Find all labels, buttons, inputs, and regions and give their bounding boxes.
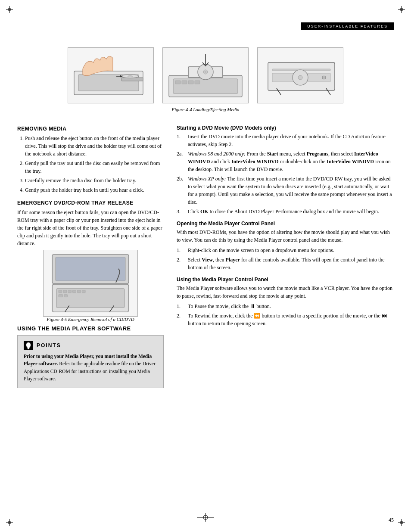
- list-item: Carefully remove the media disc from the…: [25, 177, 164, 184]
- list-item: 2a. Windows 98 and 2000 only: From the S…: [177, 150, 394, 173]
- list-item: 2. To Rewind the movie, click the ⏪ butt…: [177, 312, 394, 327]
- points-header: POINTS: [24, 341, 157, 350]
- using-panel-text: The Media Player software allows you to …: [177, 284, 394, 300]
- svg-rect-45: [64, 295, 68, 297]
- list-item: Gently pull the tray out until the disc …: [25, 159, 164, 175]
- svg-rect-22: [175, 81, 181, 84]
- emergency-heading: EMERGENCY DVD/CD-ROM TRAY RELEASE: [17, 200, 164, 206]
- svg-rect-43: [82, 290, 85, 293]
- using-panel-steps-list: 1. To Pause the movie, click the ⏸ butto…: [177, 302, 394, 327]
- list-item: 1. Insert the DVD movie into the media p…: [177, 133, 394, 148]
- corner-bl: [6, 519, 13, 526]
- list-item: 1. Right-click on the movie screen to op…: [177, 246, 394, 254]
- opening-heading: Opening the Media Player Control Panel: [177, 221, 394, 227]
- using-panel-heading: Using the Media Player Control Panel: [177, 277, 394, 283]
- svg-rect-40: [68, 290, 72, 293]
- svg-rect-38: [59, 290, 62, 293]
- svg-rect-47: [56, 257, 125, 281]
- points-box: POINTS Prior to using your Media Player,…: [17, 335, 164, 388]
- corner-br: [398, 519, 405, 526]
- list-item: Gently push the holder tray back in unti…: [25, 186, 164, 194]
- header-bar: User-Installable Features: [301, 22, 394, 30]
- svg-point-29: [205, 71, 206, 73]
- list-item: 2. Select View, then Player for all the …: [177, 256, 394, 271]
- corner-tr: [398, 6, 405, 13]
- removing-media-heading: REMOVING MEDIA: [17, 126, 164, 132]
- svg-point-35: [322, 76, 326, 79]
- svg-rect-25: [195, 81, 200, 84]
- list-item: 3. Click OK to close the About DVD Playe…: [177, 208, 394, 215]
- dvd-steps-list: 1. Insert the DVD movie into the media p…: [177, 133, 394, 215]
- illustrations-area: [17, 47, 394, 103]
- left-column: REMOVING MEDIA Push and release the ejec…: [17, 121, 164, 388]
- points-text: Prior to using your Media Player, you mu…: [24, 353, 157, 383]
- illustration-2: [162, 47, 249, 103]
- points-icon: [24, 341, 33, 350]
- list-item: 2b. Windows XP only: The first time you …: [177, 175, 394, 206]
- svg-rect-23: [182, 81, 187, 84]
- svg-point-19: [128, 76, 133, 77]
- svg-rect-41: [73, 290, 76, 293]
- svg-rect-48: [28, 348, 29, 349]
- dvd-heading: Starting a DVD Movie (DVD Models only): [177, 125, 394, 131]
- opening-text: With most DVD-ROMs, you have the option …: [177, 228, 394, 244]
- svg-rect-39: [63, 290, 67, 293]
- points-title: POINTS: [37, 342, 61, 348]
- main-content: REMOVING MEDIA Push and release the ejec…: [17, 121, 394, 388]
- illustration-3: [257, 47, 343, 103]
- removing-media-list: Push and release the eject button on the…: [25, 134, 164, 194]
- svg-point-34: [298, 75, 302, 80]
- using-heading: USING THE MEDIA PLAYER SOFTWARE: [17, 325, 164, 332]
- page-number: 45: [389, 517, 394, 523]
- emergency-illustration: [43, 250, 138, 317]
- list-item: Push and release the eject button on the…: [25, 134, 164, 158]
- emergency-text: If for some reason the eject button fail…: [17, 208, 164, 247]
- corner-tl: [6, 6, 13, 13]
- opening-steps-list: 1. Right-click on the movie screen to op…: [177, 246, 394, 271]
- svg-rect-42: [77, 290, 81, 293]
- header-label: User-Installable Features: [307, 24, 388, 28]
- illustration-1: [68, 47, 154, 103]
- list-item: 1. To Pause the movie, click the ⏸ butto…: [177, 302, 394, 310]
- figure5-caption: Figure 4-5 Emergency Removal of a CD/DVD: [17, 317, 164, 322]
- svg-rect-24: [188, 81, 193, 84]
- right-column: Starting a DVD Movie (DVD Models only) 1…: [177, 121, 394, 388]
- figure4-caption: Figure 4-4 Loading/Ejecting Media: [17, 107, 394, 112]
- svg-rect-44: [59, 295, 63, 297]
- emergency-illus-container: [17, 250, 164, 317]
